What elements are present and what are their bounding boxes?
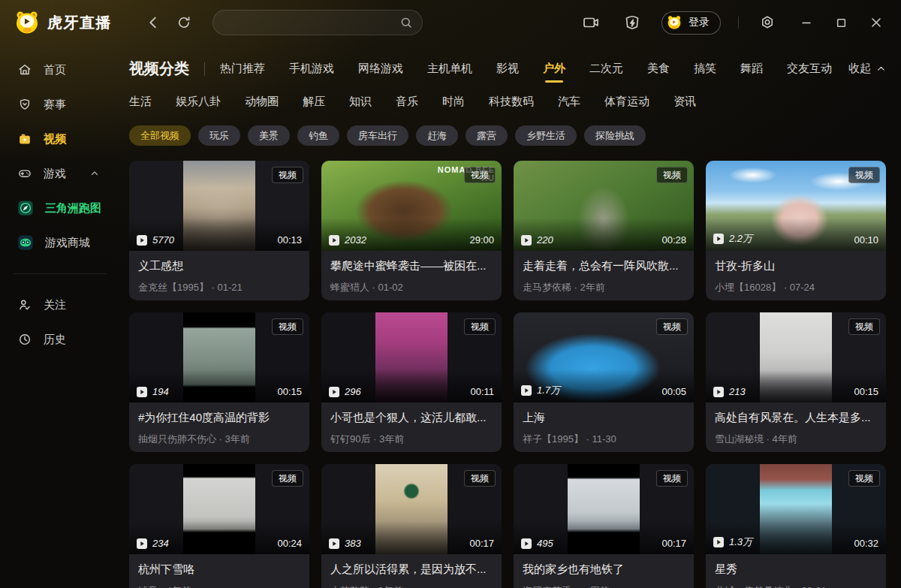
video-card[interactable]: 视频 383 00:17 人之所以活得累，是因为放不... 小茶憨憨 · 3年前 (321, 464, 502, 588)
chevron-up-icon (90, 169, 99, 178)
sidebar-divider (14, 273, 107, 274)
video-type-badge: 视频 (848, 318, 880, 335)
video-type-badge: 视频 (272, 318, 303, 335)
video-card[interactable]: 视频 1.3万 00:32 星秀 龙城、依然是婷儿 · 08-21 (706, 464, 886, 588)
video-card[interactable]: 视频 2.2万 00:10 甘孜-折多山 小埋【16028】 · 07-24 (706, 161, 886, 300)
settings-button[interactable] (756, 11, 779, 34)
video-thumbnail: 视频 5770 00:13 (129, 161, 309, 251)
refresh-button[interactable] (173, 12, 194, 33)
video-card[interactable]: NOMAD BEE HU 视频 2032 29:00 攀爬途中蜜蜂袭击——被困在… (321, 161, 502, 300)
login-button[interactable]: 登录 (661, 11, 721, 35)
category-tab[interactable]: 舞蹈 (740, 62, 763, 76)
search-icon[interactable] (399, 16, 413, 29)
category-tab[interactable]: 主机单机 (427, 62, 472, 76)
category-tab[interactable]: 二次元 (589, 62, 623, 76)
view-count-value: 194 (152, 386, 169, 397)
video-info: 高处自有风景在。人生本是多... 雪山湖秘境 · 4年前 (706, 403, 886, 452)
subcategory-tab[interactable]: 动物圈 (245, 95, 279, 109)
minimize-button[interactable] (798, 14, 815, 31)
subcategory-tab[interactable]: 生活 (129, 95, 152, 109)
filter-chip[interactable]: 全部视频 (129, 125, 191, 146)
view-count-value: 5770 (152, 234, 174, 246)
app-logo[interactable]: 虎牙直播 (14, 10, 112, 35)
filter-chip[interactable]: 乡野生活 (515, 125, 577, 146)
category-tab[interactable]: 网络游戏 (358, 62, 403, 76)
video-info: 人之所以活得累，是因为放不... 小茶憨憨 · 3年前 (321, 554, 502, 588)
video-card[interactable]: 视频 234 00:24 杭州下雪咯 绒意 · 4年前 (129, 464, 309, 588)
category-tab[interactable]: 影视 (496, 62, 519, 76)
video-type-badge: 视频 (272, 167, 303, 183)
subcategory-tab[interactable]: 娱乐八卦 (176, 95, 221, 109)
thumbnail-meta-overlay: 194 00:15 (129, 369, 309, 403)
filter-chip[interactable]: 赶海 (416, 125, 458, 146)
subcategory-tab[interactable]: 时尚 (442, 95, 465, 109)
subcategory-tab[interactable]: 音乐 (396, 95, 418, 109)
subcategory-tabs: 生活娱乐八卦动物圈解压知识音乐时尚科技数码汽车体育运动资讯 (129, 95, 886, 109)
video-author-date: 小茶憨憨 · 3年前 (330, 584, 493, 588)
category-tab[interactable]: 户外 (543, 62, 565, 76)
collapse-label: 收起 (848, 62, 871, 76)
filter-chip[interactable]: 房车出行 (347, 125, 408, 146)
video-info: 走着走着，总会有一阵风吹散... 走马梦依稀 · 2年前 (514, 251, 694, 300)
sidebar-item-label: 首页 (44, 63, 66, 77)
subcategory-tab[interactable]: 体育运动 (604, 95, 649, 109)
close-button[interactable] (868, 14, 884, 31)
category-tab[interactable]: 搞笑 (694, 62, 716, 76)
view-count-value: 220 (537, 234, 553, 246)
collapse-button[interactable]: 收起 (848, 62, 886, 76)
filter-chip[interactable]: 露营 (466, 125, 508, 146)
sidebar-item-delta-run[interactable]: 三角洲跑图 (0, 191, 120, 225)
sidebar-item-label: 赛事 (44, 98, 66, 112)
thumbnail-meta-overlay: 5770 00:13 (129, 218, 309, 251)
video-card[interactable]: 视频 1.7万 00:05 上海 祥子【1995】 · 11-30 (514, 312, 694, 452)
filter-chip[interactable]: 探险挑战 (584, 125, 646, 146)
subcategory-tab[interactable]: 解压 (303, 95, 325, 109)
avatar (665, 14, 683, 32)
view-count-value: 383 (345, 538, 361, 549)
video-card[interactable]: 视频 194 00:15 #为你扛住40度高温的背影 抽烟只伤肺不伤心 · 3年… (129, 312, 309, 452)
video-card[interactable]: 视频 220 00:28 走着走着，总会有一阵风吹散... 走马梦依稀 · 2年… (514, 161, 694, 300)
video-card[interactable]: 视频 296 00:11 小哥也是个狠人，这活儿都敢... 钉钉90后 · 3年… (321, 312, 502, 452)
thumbnail-meta-overlay: 296 00:11 (321, 369, 502, 403)
search-input[interactable] (212, 10, 423, 35)
play-count-icon (713, 387, 724, 397)
video-thumbnail: NOMAD BEE HU 视频 2032 29:00 (321, 161, 502, 251)
subcategory-tab[interactable]: 资讯 (673, 95, 696, 109)
category-tab[interactable]: 手机游戏 (289, 62, 334, 76)
category-tab[interactable]: 美食 (647, 62, 670, 76)
category-tab[interactable]: 热门推荐 (220, 62, 265, 76)
video-card[interactable]: 视频 213 00:15 高处自有风景在。人生本是多... 雪山湖秘境 · 4年… (706, 312, 886, 452)
view-count-value: 213 (729, 386, 746, 397)
sidebar-item-game-store[interactable]: 游戏商城 (0, 225, 120, 260)
view-count-value: 2.2万 (729, 232, 752, 246)
sidebar-item-follow[interactable]: 关注 (0, 288, 120, 322)
sidebar-item-video[interactable]: 视频 (0, 122, 120, 156)
activity-badge-button[interactable] (620, 11, 644, 35)
category-tabs: 热门推荐手机游戏网络游戏主机单机影视户外二次元美食搞笑舞蹈交友互动 (220, 62, 832, 76)
category-tab[interactable]: 交友互动 (787, 62, 832, 76)
video-title: 攀爬途中蜜蜂袭击——被困在... (330, 259, 493, 273)
filter-chip[interactable]: 美景 (248, 125, 290, 146)
video-title: 高处自有风景在。人生本是多... (715, 411, 877, 425)
video-duration: 00:28 (661, 234, 686, 246)
subcategory-tab[interactable]: 汽车 (558, 95, 580, 109)
sidebar-item-history[interactable]: 历史 (0, 322, 120, 357)
subcategory-tab[interactable]: 知识 (349, 95, 372, 109)
video-card[interactable]: 视频 5770 00:13 义工感想 金克丝【1995】 · 01-21 (129, 161, 309, 300)
maximize-button[interactable] (833, 15, 849, 31)
play-count-icon (137, 387, 147, 397)
view-count: 194 (137, 386, 169, 397)
video-type-badge: 视频 (848, 167, 880, 183)
stream-camera-button[interactable] (579, 11, 603, 35)
sidebar-item-games[interactable]: 游戏 (0, 156, 120, 191)
video-duration: 00:15 (854, 386, 878, 397)
video-card[interactable]: 视频 495 00:17 我的家乡也有地铁了 海阔麦苗秀 · 一周前 (514, 464, 694, 588)
filter-chip[interactable]: 玩乐 (198, 125, 240, 146)
back-button[interactable] (142, 11, 164, 34)
video-type-badge: 视频 (656, 318, 688, 335)
filter-chip[interactable]: 钓鱼 (297, 125, 339, 146)
sidebar-item-esports[interactable]: 赛事 (0, 87, 120, 122)
subcategory-tab[interactable]: 科技数码 (489, 95, 534, 109)
sidebar-item-home[interactable]: 首页 (0, 53, 120, 87)
thumbnail-meta-overlay: 1.3万 00:32 (706, 521, 886, 554)
